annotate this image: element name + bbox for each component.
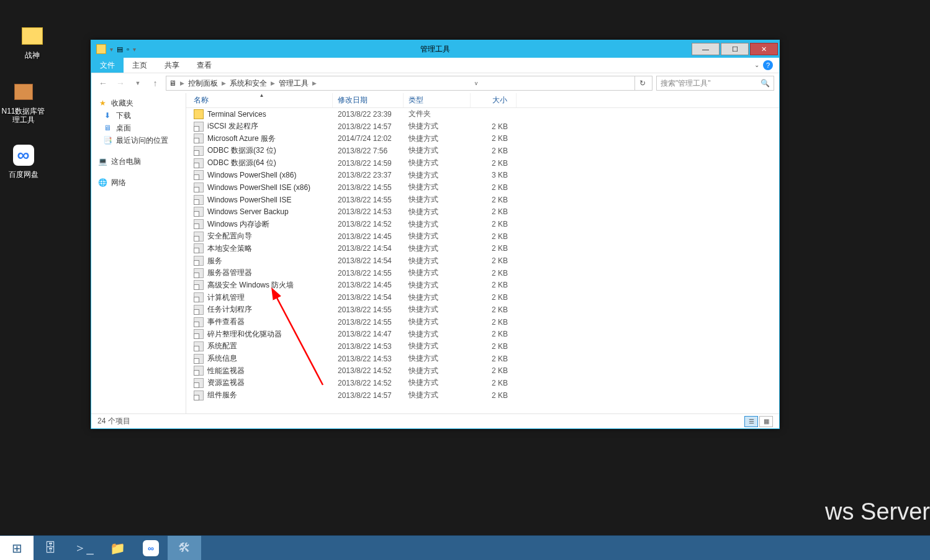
- minimize-button[interactable]: —: [692, 43, 720, 55]
- file-row[interactable]: 本地安全策略2013/8/22 14:54快捷方式2 KB: [186, 243, 779, 255]
- qat-newfolder-icon[interactable]: ▫: [127, 45, 129, 53]
- file-row[interactable]: 任务计划程序2013/8/22 14:55快捷方式2 KB: [186, 304, 779, 316]
- column-header-name[interactable]: 名称 ▲: [186, 93, 333, 107]
- file-name: 系统信息: [207, 353, 237, 364]
- address-bar[interactable]: 🖥 ▶ 控制面板 ▶ 系统和安全 ▶ 管理工具 ▶ v ↻: [166, 76, 652, 91]
- sidebar-item-recent[interactable]: 📑 最近访问的位置: [91, 134, 186, 147]
- file-row[interactable]: Windows PowerShell ISE2013/8/22 14:55快捷方…: [186, 194, 779, 206]
- file-row[interactable]: Windows PowerShell ISE (x86)2013/8/22 14…: [186, 181, 779, 194]
- sidebar-item-downloads[interactable]: ⬇ 下载: [91, 109, 186, 122]
- address-dropdown-icon[interactable]: v: [469, 76, 484, 91]
- close-button[interactable]: ✕: [750, 43, 778, 55]
- file-row[interactable]: Terminal Services2013/8/22 23:39文件夹: [186, 108, 779, 120]
- archive-icon: [11, 79, 36, 104]
- column-header-size[interactable]: 大小: [471, 93, 517, 107]
- refresh-button[interactable]: ↻: [634, 76, 649, 91]
- qat-properties-icon[interactable]: ▤: [117, 45, 123, 53]
- ribbon: 文件 主页 共享 查看 ⌄ ?: [91, 58, 779, 73]
- breadcrumb-seg[interactable]: 系统和安全: [227, 78, 269, 89]
- taskbar-admin-tools[interactable]: 🛠: [168, 536, 201, 561]
- titlebar[interactable]: ▾ ▤ ▫ ▾ 管理工具 — ☐ ✕: [91, 40, 779, 58]
- file-row[interactable]: Windows PowerShell (x86)2013/8/22 23:37快…: [186, 169, 779, 181]
- file-name: 系统配置: [207, 341, 237, 351]
- tools-icon: 🛠: [178, 541, 191, 555]
- file-row[interactable]: ODBC 数据源(64 位)2013/8/22 14:59快捷方式2 KB: [186, 157, 779, 169]
- ribbon-tab-file[interactable]: 文件: [91, 58, 124, 73]
- sidebar-network[interactable]: 🌐 网络: [91, 176, 186, 189]
- shortcut-icon: [194, 219, 204, 229]
- chevron-right-icon[interactable]: ▶: [311, 80, 318, 86]
- file-date: 2013/8/22 14:47: [333, 330, 404, 338]
- icons-view-button[interactable]: ▦: [759, 416, 773, 427]
- file-type: 快捷方式: [404, 194, 471, 205]
- location-icon: 🖥: [169, 79, 176, 88]
- sidebar-item-desktop[interactable]: 🖥 桌面: [91, 122, 186, 134]
- file-type: 快捷方式: [404, 377, 471, 388]
- nav-recent-button[interactable]: ▼: [131, 76, 145, 90]
- file-name: 碎片整理和优化驱动器: [207, 329, 282, 340]
- file-row[interactable]: 系统配置2013/8/22 14:53快捷方式2 KB: [186, 340, 779, 353]
- help-icon[interactable]: ?: [763, 60, 773, 70]
- shortcut-icon: [194, 122, 204, 132]
- taskbar-baidu[interactable]: ∞: [134, 536, 168, 561]
- chevron-right-icon[interactable]: ▶: [220, 80, 227, 86]
- column-header-date[interactable]: 修改日期: [333, 93, 404, 107]
- file-row[interactable]: Windows 内存诊断2013/8/22 14:52快捷方式2 KB: [186, 218, 779, 230]
- file-type: 快捷方式: [404, 133, 471, 144]
- file-row[interactable]: Windows Server Backup2013/8/22 14:53快捷方式…: [186, 206, 779, 219]
- search-input[interactable]: 搜索"管理工具" 🔍: [656, 76, 774, 91]
- file-row[interactable]: 服务器管理器2013/8/22 14:55快捷方式2 KB: [186, 267, 779, 279]
- column-header-type[interactable]: 类型: [404, 93, 471, 107]
- windows-icon: ⊞: [12, 541, 22, 556]
- file-type: 快捷方式: [404, 317, 471, 327]
- file-type: 快捷方式: [404, 219, 471, 230]
- file-name: 本地安全策略: [207, 243, 252, 254]
- file-date: 2013/8/22 7:56: [333, 147, 404, 155]
- computer-icon: 💻: [97, 156, 107, 166]
- file-size: 2 KB: [471, 391, 517, 400]
- file-date: 2013/8/22 14:54: [333, 293, 404, 302]
- chevron-right-icon[interactable]: ▶: [269, 80, 276, 86]
- taskbar-server-manager[interactable]: 🗄: [34, 536, 67, 561]
- taskbar-explorer[interactable]: 📁: [101, 536, 134, 561]
- breadcrumb-seg[interactable]: 管理工具: [276, 78, 311, 89]
- shortcut-icon: [194, 378, 204, 388]
- file-row[interactable]: 安全配置向导2013/8/22 14:45快捷方式2 KB: [186, 230, 779, 243]
- file-row[interactable]: 资源监视器2013/8/22 14:52快捷方式2 KB: [186, 377, 779, 389]
- breadcrumb-seg[interactable]: 控制面板: [186, 78, 220, 89]
- nav-back-button[interactable]: ←: [96, 76, 110, 90]
- file-row[interactable]: 碎片整理和优化驱动器2013/8/22 14:47快捷方式2 KB: [186, 328, 779, 340]
- ribbon-tab-view[interactable]: 查看: [188, 58, 220, 73]
- sidebar-computer[interactable]: 💻 这台电脑: [91, 155, 186, 168]
- file-row[interactable]: 性能监视器2013/8/22 14:52快捷方式2 KB: [186, 364, 779, 377]
- ribbon-tab-share[interactable]: 共享: [156, 58, 188, 73]
- file-row[interactable]: 高级安全 Windows 防火墙2013/8/22 14:45快捷方式2 KB: [186, 279, 779, 292]
- desktop-icon-n11[interactable]: N11数据库管理工具: [0, 79, 47, 124]
- file-date: 2013/8/22 23:37: [333, 171, 404, 179]
- file-row[interactable]: Microsoft Azure 服务2014/7/24 12:02快捷方式2 K…: [186, 132, 779, 145]
- address-row: ← → ▼ ↑ 🖥 ▶ 控制面板 ▶ 系统和安全 ▶ 管理工具 ▶ v ↻ 搜索…: [91, 73, 779, 93]
- sidebar-favorites-header[interactable]: ★ 收藏夹: [91, 97, 186, 109]
- file-row[interactable]: 事件查看器2013/8/22 14:55快捷方式2 KB: [186, 316, 779, 328]
- file-date: 2013/8/22 14:57: [333, 122, 404, 131]
- file-row[interactable]: 系统信息2013/8/22 14:53快捷方式2 KB: [186, 353, 779, 365]
- ribbon-tab-home[interactable]: 主页: [124, 58, 156, 73]
- chevron-right-icon[interactable]: ▶: [179, 80, 186, 86]
- file-row[interactable]: ODBC 数据源(32 位)2013/8/22 7:56快捷方式2 KB: [186, 145, 779, 157]
- taskbar-powershell[interactable]: ＞_: [67, 536, 101, 561]
- desktop-icon-zhanshen[interactable]: 战神: [9, 24, 55, 60]
- start-button[interactable]: ⊞: [0, 536, 34, 561]
- details-view-button[interactable]: ☰: [744, 416, 758, 427]
- nav-up-button[interactable]: ↑: [148, 76, 162, 90]
- file-row[interactable]: iSCSI 发起程序2013/8/22 14:57快捷方式2 KB: [186, 120, 779, 133]
- file-row[interactable]: 组件服务2013/8/22 14:57快捷方式2 KB: [186, 389, 779, 402]
- file-row[interactable]: 计算机管理2013/8/22 14:54快捷方式2 KB: [186, 291, 779, 304]
- shortcut-icon: [194, 268, 204, 278]
- ribbon-expand-icon[interactable]: ⌄: [754, 61, 759, 68]
- maximize-button[interactable]: ☐: [721, 43, 749, 55]
- desktop-icon-baidu[interactable]: ∞ 百度网盘: [0, 143, 47, 179]
- nav-forward-button[interactable]: →: [114, 76, 127, 90]
- search-placeholder: 搜索"管理工具": [661, 78, 711, 89]
- file-size: 2 KB: [471, 207, 517, 216]
- file-row[interactable]: 服务2013/8/22 14:54快捷方式2 KB: [186, 255, 779, 267]
